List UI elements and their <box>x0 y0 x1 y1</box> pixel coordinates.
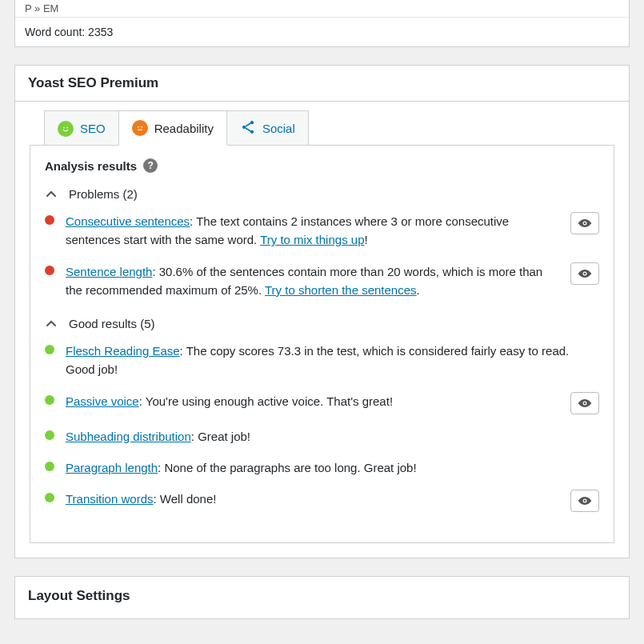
tab-social[interactable]: Social <box>226 110 309 146</box>
good-results-list: Flesch Reading Ease: The copy scores 73.… <box>45 342 599 512</box>
tabs: SEO Readability Social <box>44 110 614 145</box>
result-description: : Well done! <box>153 492 216 506</box>
result-link[interactable]: Passive voice <box>66 394 139 408</box>
chevron-up-icon <box>45 318 58 330</box>
result-text: Sentence length: 30.6% of the sentences … <box>66 262 553 300</box>
result-text: Consecutive sentences: The text contains… <box>66 212 553 250</box>
svg-point-2 <box>138 126 139 128</box>
result-text: Subheading distribution: Great job! <box>66 427 599 446</box>
chevron-up-icon <box>45 188 58 201</box>
panel-title: Layout Settings <box>28 588 616 604</box>
result-row: Passive voice: You're using enough activ… <box>45 392 599 414</box>
highlight-button[interactable] <box>570 490 599 512</box>
result-link[interactable]: Transition words <box>66 492 153 506</box>
svg-point-17 <box>584 500 586 502</box>
result-text: Passive voice: You're using enough activ… <box>66 392 553 410</box>
yoast-seo-panel: Yoast SEO Premium SEO Readability Social <box>14 65 630 558</box>
element-path: P » EM <box>15 0 629 18</box>
svg-point-3 <box>141 126 142 128</box>
status-dot-green <box>45 430 54 440</box>
result-row: Paragraph length: None of the paragraphs… <box>45 458 599 477</box>
good-results-toggle[interactable]: Good results (5) <box>45 317 599 330</box>
svg-point-13 <box>584 272 586 274</box>
svg-point-15 <box>584 402 586 404</box>
result-text: Flesch Reading Ease: The copy scores 73.… <box>66 342 599 379</box>
eye-icon <box>577 495 593 506</box>
result-action-link[interactable]: Try to mix things up <box>260 233 364 246</box>
word-count: Word count: 2353 <box>15 18 629 46</box>
help-icon[interactable]: ? <box>143 158 158 173</box>
svg-line-9 <box>246 128 251 131</box>
result-link[interactable]: Consecutive sentences <box>66 214 190 228</box>
tab-social-label: Social <box>262 122 295 135</box>
tab-readability-label: Readability <box>154 122 214 135</box>
analysis-heading: Analysis results ? <box>45 158 599 173</box>
svg-point-1 <box>66 126 68 128</box>
svg-point-11 <box>584 222 586 225</box>
analysis-heading-label: Analysis results <box>45 159 137 173</box>
result-row: Flesch Reading Ease: The copy scores 73.… <box>45 342 599 379</box>
result-row: Consecutive sentences: The text contains… <box>45 212 599 250</box>
status-dot-red <box>45 215 54 225</box>
good-results-label: Good results (5) <box>69 317 155 330</box>
status-dot-green <box>45 345 54 354</box>
result-description: : None of the paragraphs are too long. G… <box>158 461 417 474</box>
layout-settings-panel: Layout Settings <box>14 576 630 619</box>
seo-score-icon <box>58 121 74 137</box>
eye-icon <box>577 218 593 229</box>
panel-title: Yoast SEO Premium <box>28 75 616 91</box>
status-dot-green <box>45 395 54 405</box>
eye-icon <box>577 268 593 279</box>
readability-score-icon <box>132 120 148 136</box>
tab-readability[interactable]: Readability <box>118 110 227 146</box>
result-text: Paragraph length: None of the paragraphs… <box>66 458 599 477</box>
panel-header: Layout Settings <box>15 577 629 618</box>
svg-point-0 <box>63 126 65 128</box>
result-link[interactable]: Paragraph length <box>66 461 158 474</box>
result-link[interactable]: Subheading distribution <box>66 430 191 443</box>
tab-seo-label: SEO <box>80 122 106 135</box>
highlight-button[interactable] <box>570 262 599 285</box>
problems-list: Consecutive sentences: The text contains… <box>45 212 599 299</box>
status-dot-red <box>45 266 54 275</box>
status-dot-green <box>45 462 54 471</box>
result-description: : Great job! <box>191 430 250 443</box>
result-description: : You're using enough active voice. That… <box>139 394 393 408</box>
result-row: Subheading distribution: Great job! <box>45 427 599 446</box>
share-icon <box>240 119 256 138</box>
result-action-link[interactable]: Try to shorten the sentences <box>265 283 417 297</box>
highlight-button[interactable] <box>570 212 599 234</box>
problems-toggle[interactable]: Problems (2) <box>45 187 599 201</box>
highlight-button[interactable] <box>570 392 599 414</box>
analysis-results: Analysis results ? Problems (2) Consecut… <box>30 145 614 543</box>
result-row: Transition words: Well done! <box>45 490 599 512</box>
eye-icon <box>577 398 593 409</box>
result-link[interactable]: Sentence length <box>66 265 152 278</box>
result-row: Sentence length: 30.6% of the sentences … <box>45 262 599 300</box>
tab-seo[interactable]: SEO <box>44 110 119 146</box>
result-link[interactable]: Flesch Reading Ease <box>66 344 180 358</box>
svg-line-8 <box>246 123 251 126</box>
panel-header: Yoast SEO Premium <box>15 66 629 102</box>
status-dot-green <box>45 493 54 502</box>
problems-label: Problems (2) <box>69 187 138 201</box>
result-text: Transition words: Well done! <box>66 490 553 508</box>
editor-footer: P » EM Word count: 2353 <box>14 0 630 47</box>
panel-body: SEO Readability Social Analysis results … <box>15 110 629 558</box>
